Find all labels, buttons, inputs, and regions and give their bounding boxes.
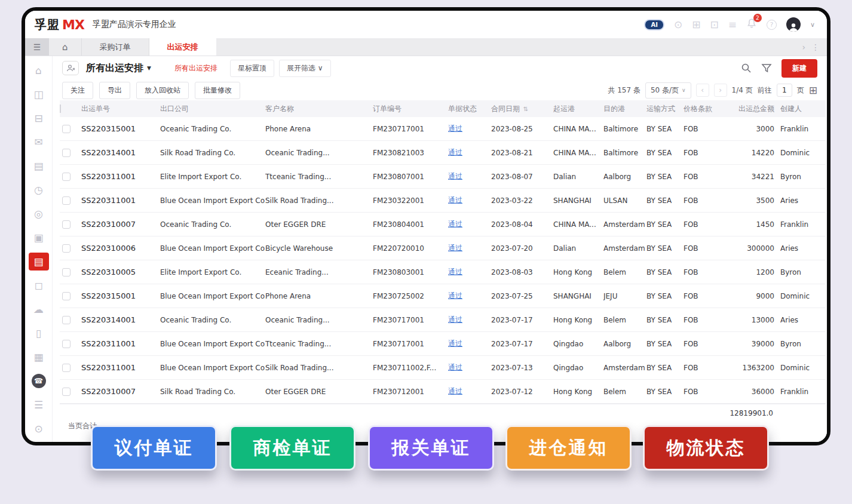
status-link[interactable]: 通过: [448, 339, 462, 348]
view-title-dropdown[interactable]: 所有出运安排 ▼: [86, 62, 151, 75]
status-link[interactable]: 通过: [448, 172, 462, 180]
page-size-select[interactable]: 50 条/页 ∨: [645, 82, 691, 99]
col-shipping-no[interactable]: 出运单号: [81, 104, 160, 114]
row-checkbox[interactable]: [62, 244, 71, 253]
sidebar-item-target[interactable]: ◎: [25, 202, 52, 226]
sidebar-item-book[interactable]: ◻: [25, 273, 52, 297]
status-link[interactable]: 通过: [448, 148, 462, 156]
goto-page-input[interactable]: 1: [777, 84, 792, 97]
col-status[interactable]: 单据状态: [448, 104, 491, 114]
status-link[interactable]: 通过: [448, 363, 462, 371]
new-record-button[interactable]: 新建: [781, 59, 817, 78]
table-row[interactable]: SS220314001Silk Road Trading Co.Oceanic …: [60, 141, 826, 165]
row-checkbox[interactable]: [62, 292, 71, 300]
tab-shipping-arrangements[interactable]: 出运安排: [149, 38, 216, 56]
help-button[interactable]: ?: [767, 20, 777, 30]
headset-icon[interactable]: ⊙: [674, 20, 682, 30]
row-checkbox[interactable]: [62, 173, 71, 181]
batch-edit-button[interactable]: 批量修改: [195, 82, 240, 99]
select-all-checkbox[interactable]: [60, 105, 61, 113]
task-list-icon[interactable]: ≡: [728, 20, 737, 30]
table-row[interactable]: SS220310007Silk Road Trading Co.Oter EGG…: [60, 380, 826, 404]
ai-assistant-button[interactable]: AI: [644, 19, 664, 30]
tab-scroll-right-icon[interactable]: ›: [802, 42, 805, 52]
search-icon[interactable]: [741, 63, 752, 73]
sidebar-item-compass[interactable]: ◷: [25, 178, 52, 202]
col-exporter[interactable]: 出口公司: [160, 104, 265, 114]
table-row[interactable]: SS220311001Blue Ocean Import Export Co.S…: [60, 356, 826, 380]
view-switcher-button[interactable]: [62, 61, 79, 75]
table-row[interactable]: SS220310007Oceanic Trading Co.Oter EGGER…: [60, 213, 826, 236]
account-chevron-icon[interactable]: ∨: [810, 21, 815, 29]
follow-button[interactable]: 关注: [62, 82, 93, 99]
row-checkbox[interactable]: [62, 364, 71, 372]
sidebar-item-phone[interactable]: ☎: [25, 369, 52, 393]
col-origin-port[interactable]: 起运港: [553, 104, 603, 114]
col-creator[interactable]: 创建人: [780, 104, 826, 114]
view-tab-starred[interactable]: 星标置顶: [230, 60, 274, 77]
col-contract-date[interactable]: 合同日期 ⇅: [491, 104, 553, 114]
sidebar-item-settings[interactable]: ⊙: [25, 417, 52, 441]
sidebar-item-shipping-module[interactable]: ▤: [25, 250, 52, 273]
apps-grid-icon[interactable]: ⊞: [692, 20, 700, 30]
tab-home[interactable]: ⌂: [49, 38, 82, 56]
view-tab-filter-expand[interactable]: 展开筛选 ∨: [279, 60, 331, 77]
col-price-terms[interactable]: 价格条款: [684, 104, 729, 114]
status-link[interactable]: 通过: [448, 244, 462, 252]
sidebar-item-contacts[interactable]: ◫: [25, 82, 52, 106]
view-tab-all[interactable]: 所有出运安排: [167, 60, 225, 77]
table-row[interactable]: SS220314001Oceanic Trading Co.Oceanic Tr…: [60, 308, 826, 332]
table-row[interactable]: SS220315001Oceanic Trading Co.Phone Aren…: [60, 117, 826, 141]
row-checkbox[interactable]: [62, 340, 71, 348]
table-row[interactable]: SS220311001Elite Import Export Co.Ttcean…: [60, 165, 826, 189]
sidebar-item-org[interactable]: ⊟: [25, 106, 52, 130]
status-link[interactable]: 通过: [448, 387, 462, 395]
table-row[interactable]: SS220315001Blue Ocean Import Export Co.P…: [60, 284, 826, 308]
row-checkbox[interactable]: [62, 388, 71, 396]
col-order-no[interactable]: 订单编号: [373, 104, 448, 114]
row-checkbox[interactable]: [62, 268, 71, 276]
prev-page-button[interactable]: ‹: [696, 84, 709, 97]
tab-purchase-orders[interactable]: 采购订单: [82, 38, 149, 56]
col-total-amount[interactable]: 出运总金额: [729, 104, 780, 114]
row-checkbox[interactable]: [62, 196, 71, 205]
status-link[interactable]: 通过: [448, 315, 462, 324]
sort-icon[interactable]: ⇅: [523, 106, 528, 112]
row-checkbox[interactable]: [62, 220, 71, 229]
status-link[interactable]: 通过: [448, 196, 462, 204]
table-row[interactable]: SS220311001Blue Ocean Import Export Co.S…: [60, 189, 826, 213]
next-page-button[interactable]: ›: [714, 84, 727, 97]
export-button[interactable]: 导出: [99, 82, 130, 99]
sidebar-item-briefcase[interactable]: ▣: [25, 226, 52, 250]
col-dest-port[interactable]: 目的港: [603, 104, 646, 114]
warehouse-notice-button[interactable]: 进仓通知: [505, 425, 632, 471]
inspection-docs-button[interactable]: 商检单证: [229, 425, 355, 471]
sidebar-item-notebook[interactable]: ▯: [25, 321, 52, 345]
sidebar-item-layers[interactable]: ☰: [25, 393, 52, 417]
row-checkbox[interactable]: [62, 316, 71, 324]
menu-toggle-button[interactable]: ☰: [25, 38, 49, 56]
monitor-icon[interactable]: ⊡: [710, 20, 718, 30]
table-row[interactable]: SS220310005Elite Import Export Co.Eceani…: [60, 260, 826, 284]
status-link[interactable]: 通过: [448, 124, 462, 133]
user-avatar[interactable]: [786, 17, 801, 32]
table-row[interactable]: SS220310006Blue Ocean Import Export Co.B…: [60, 236, 826, 260]
customs-docs-button[interactable]: 报关单证: [368, 425, 494, 471]
col-customer[interactable]: 客户名称: [265, 104, 373, 114]
sidebar-item-company[interactable]: ▤: [25, 154, 52, 178]
recycle-bin-button[interactable]: 放入回收站: [136, 82, 189, 99]
negotiation-docs-button[interactable]: 议付单证: [91, 425, 217, 471]
status-link[interactable]: 通过: [448, 220, 462, 228]
notifications-button[interactable]: 2: [746, 18, 757, 31]
status-link[interactable]: 通过: [448, 268, 462, 276]
column-settings-icon[interactable]: ⊞: [809, 84, 817, 96]
sidebar-item-cloud[interactable]: ☁: [25, 297, 52, 321]
sidebar-item-mail[interactable]: ✉: [25, 130, 52, 154]
status-link[interactable]: 通过: [448, 291, 462, 300]
table-row[interactable]: SS220311001Blue Ocean Import Export Co.T…: [60, 332, 826, 356]
sidebar-item-chart[interactable]: ▦: [25, 345, 52, 369]
logistics-status-button[interactable]: 物流状态: [643, 425, 769, 471]
sidebar-item-home[interactable]: ⌂: [25, 59, 52, 82]
filter-funnel-icon[interactable]: [761, 63, 772, 73]
row-checkbox[interactable]: [62, 149, 71, 157]
